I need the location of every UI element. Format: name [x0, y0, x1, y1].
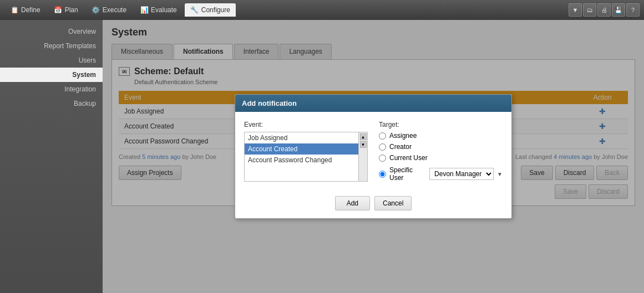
sidebar-item-integration[interactable]: Integration [0, 82, 103, 96]
tool-save[interactable]: 💾 [612, 3, 625, 17]
target-radio-group: Assignee Creator Current User [379, 132, 503, 182]
tool-files[interactable]: 🗂 [583, 3, 596, 17]
sidebar-item-backup[interactable]: Backup [0, 96, 103, 111]
event-list-container: Job Assigned Account Created Account Pas… [244, 132, 368, 182]
sidebar-item-report-templates[interactable]: Report Templates [0, 39, 103, 53]
sidebar-item-system[interactable]: System [0, 68, 103, 82]
event-item-account-created[interactable]: Account Created [245, 143, 358, 155]
execute-icon: ⚙️ [92, 6, 100, 14]
main-layout: Overview Report Templates Users System I… [0, 20, 644, 293]
modal-overlay: Add notification Event: Job Assigned Acc… [103, 20, 644, 293]
sidebar-item-users[interactable]: Users [0, 53, 103, 68]
scroll-up[interactable]: ▲ [360, 133, 367, 140]
event-label: Event: [244, 121, 368, 128]
sidebar-item-overview[interactable]: Overview [0, 24, 103, 39]
modal-row: Event: Job Assigned Account Created Acco… [244, 121, 503, 182]
radio-specific-user[interactable]: Specific User [379, 166, 426, 182]
modal-cancel-button[interactable]: Cancel [374, 196, 412, 210]
tool-help[interactable]: ? [626, 3, 640, 17]
modal-body: Event: Job Assigned Account Created Acco… [235, 112, 511, 191]
select-arrow-icon: ▼ [497, 171, 503, 177]
modal-header: Add notification [235, 95, 511, 112]
nav-configure[interactable]: 🔧 Configure [185, 3, 236, 17]
modal-footer: Add Cancel [235, 191, 511, 218]
event-item-password-changed[interactable]: Account Password Changed [245, 155, 358, 166]
radio-current-user[interactable]: Current User [379, 154, 503, 162]
radio-specific-user-input[interactable] [379, 171, 386, 178]
tool-dropdown[interactable]: ▼ [569, 3, 582, 17]
nav-define[interactable]: 📋 Define [4, 3, 46, 17]
radio-assignee-input[interactable] [379, 132, 386, 140]
content-area: System Miscellaneous Notifications Inter… [103, 20, 644, 293]
target-label: Target: [379, 121, 503, 128]
plan-icon: 📅 [54, 6, 63, 14]
sidebar: Overview Report Templates Users System I… [0, 20, 103, 293]
define-icon: 📋 [10, 6, 19, 14]
specific-user-row: Specific User Devon Manager John Doe Adm… [379, 166, 503, 182]
modal-add-button[interactable]: Add [335, 196, 370, 210]
nav-plan[interactable]: 📅 Plan [48, 3, 84, 17]
specific-user-select[interactable]: Devon Manager John Doe Admin [429, 168, 494, 180]
add-notification-modal: Add notification Event: Job Assigned Acc… [235, 94, 512, 219]
radio-assignee[interactable]: Assignee [379, 132, 503, 140]
nav-tools: ▼ 🗂 🖨 💾 ? [569, 3, 640, 17]
modal-event-col: Event: Job Assigned Account Created Acco… [244, 121, 368, 182]
nav-evaluate[interactable]: 📊 Evaluate [134, 3, 182, 17]
event-item-job-assigned[interactable]: Job Assigned [245, 132, 358, 143]
radio-current-user-input[interactable] [379, 155, 386, 162]
nav-execute[interactable]: ⚙️ Execute [86, 3, 132, 17]
configure-icon: 🔧 [190, 6, 199, 14]
radio-creator[interactable]: Creator [379, 143, 503, 151]
modal-target-col: Target: Assignee Creator [379, 121, 503, 182]
tool-print[interactable]: 🖨 [597, 3, 611, 17]
list-scrollbar: ▲ ▼ [358, 132, 367, 181]
radio-creator-input[interactable] [379, 143, 386, 151]
event-list: Job Assigned Account Created Account Pas… [245, 132, 358, 181]
evaluate-icon: 📊 [140, 6, 149, 14]
top-navigation: 📋 Define 📅 Plan ⚙️ Execute 📊 Evaluate 🔧 … [0, 0, 644, 20]
scroll-down[interactable]: ▼ [360, 141, 367, 148]
